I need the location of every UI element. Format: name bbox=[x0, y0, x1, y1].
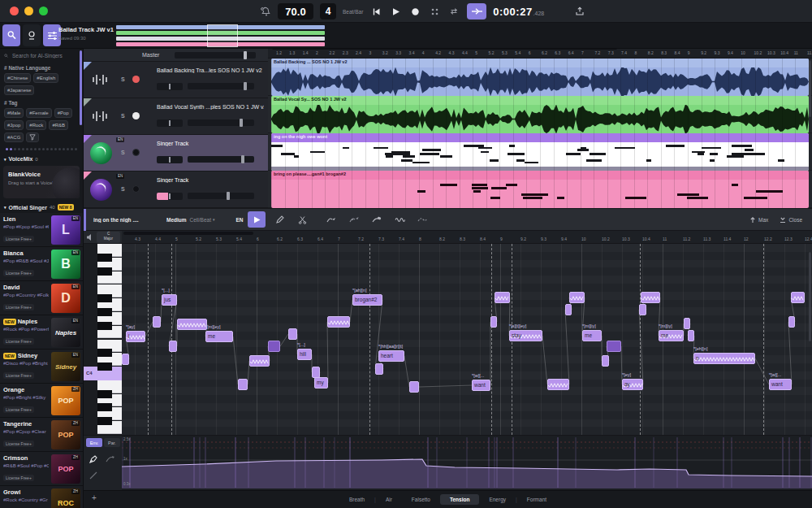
note[interactable]: brogan#2 bbox=[352, 294, 382, 306]
close-editor-button[interactable]: Close bbox=[780, 216, 802, 224]
line-tool-button[interactable] bbox=[88, 470, 99, 481]
carousel-dot[interactable] bbox=[22, 148, 24, 150]
note[interactable] bbox=[490, 316, 497, 328]
note[interactable]: hill bbox=[297, 349, 312, 360]
grid-mode-label[interactable]: Cell/Beat bbox=[190, 217, 211, 223]
carousel-dot[interactable] bbox=[67, 148, 69, 150]
tag-filter-chip[interactable]: #Pop bbox=[54, 108, 72, 118]
parameter-tab-energy[interactable]: Energy bbox=[479, 494, 516, 505]
master-track-row[interactable]: Master bbox=[84, 49, 268, 62]
tag-filter-chip[interactable]: #Female bbox=[26, 108, 51, 118]
carousel-dot[interactable] bbox=[14, 148, 16, 150]
note[interactable]: me bbox=[582, 330, 602, 341]
track-name[interactable]: Ballad Vocal Synth ...ples SOS NO 1 JW v… bbox=[157, 104, 264, 110]
piano-key-black[interactable] bbox=[97, 254, 112, 262]
note[interactable] bbox=[791, 292, 805, 303]
note[interactable]: l bbox=[126, 331, 145, 342]
piano-key-black[interactable] bbox=[97, 403, 112, 411]
arrangement-ruler[interactable]: 1.21.31.422.22.32.433.23.33.444.24.34.45… bbox=[268, 49, 812, 59]
note[interactable] bbox=[495, 292, 510, 303]
parameter-tab-tension[interactable]: Tension bbox=[440, 494, 479, 505]
piano-key-black[interactable] bbox=[97, 294, 112, 302]
note[interactable] bbox=[409, 381, 419, 393]
speaker-icon[interactable] bbox=[86, 233, 94, 241]
minimap-viewport[interactable] bbox=[207, 24, 238, 47]
carousel-dot[interactable] bbox=[50, 148, 53, 150]
language-filter-chip[interactable]: #Japanese bbox=[4, 85, 34, 95]
track-header-row[interactable]: SBallad Vocal Synth ...ples SOS NO 1 JW … bbox=[84, 98, 268, 135]
metronome-icon[interactable] bbox=[258, 5, 271, 18]
note[interactable] bbox=[547, 379, 569, 390]
search-input[interactable] bbox=[11, 52, 79, 59]
note[interactable] bbox=[684, 318, 690, 329]
scissors-tool-button[interactable] bbox=[293, 211, 311, 228]
carousel-dot[interactable] bbox=[38, 148, 41, 150]
singer-card[interactable]: Bianca#Pop #R&B #Soul #JazLicense Free+B… bbox=[0, 247, 83, 281]
note[interactable]: me bbox=[659, 330, 684, 341]
voicemix-section-header[interactable]: ▾ VoiceMix 0 bbox=[0, 152, 83, 164]
piano-roll[interactable]: l*[ay]jus*[...]me*[m][ey]hill*[...]mybro… bbox=[122, 244, 812, 435]
pan-slider[interactable] bbox=[157, 83, 183, 90]
clip[interactable]: ing on the nigh owe wont bbox=[271, 133, 809, 171]
arrangement-hscrollbar[interactable] bbox=[272, 49, 617, 50]
minimize-window-button[interactable] bbox=[24, 7, 33, 15]
arrangement-lane[interactable]: ing on the nigh owe wont bbox=[268, 133, 812, 171]
language-filter-chip[interactable]: #Chinese bbox=[4, 73, 31, 83]
bpm-value[interactable]: 70.0 bbox=[278, 3, 313, 20]
solo-button[interactable]: S bbox=[121, 76, 125, 82]
note[interactable] bbox=[602, 355, 609, 367]
piano-roll-ruler[interactable]: 4.34.455.25.35.466.26.36.477.27.37.488.2… bbox=[122, 231, 812, 244]
note[interactable]: stay bbox=[509, 330, 542, 341]
zoom-window-button[interactable] bbox=[39, 7, 48, 15]
note[interactable] bbox=[169, 341, 177, 352]
note[interactable] bbox=[565, 304, 572, 315]
note[interactable] bbox=[569, 292, 585, 303]
arrangement-minimap[interactable] bbox=[116, 25, 325, 46]
note[interactable] bbox=[788, 316, 795, 328]
piano-key-black[interactable] bbox=[97, 308, 112, 316]
note[interactable] bbox=[607, 341, 621, 352]
carousel-dot[interactable] bbox=[63, 148, 65, 150]
arrangement-lane[interactable]: Ballad Backing ... SOS NO 1 JW v2 bbox=[268, 59, 812, 96]
mute-dot-button[interactable] bbox=[132, 185, 140, 193]
clip[interactable]: Ballad Backing ... SOS NO 1 JW v2 bbox=[271, 59, 809, 96]
volume-thumb[interactable] bbox=[227, 192, 230, 200]
play-button[interactable] bbox=[389, 5, 402, 18]
project-title[interactable]: Ballad Track JW v1 bbox=[58, 26, 114, 33]
track-header-row[interactable]: SBallad Backing Tra...les SOS NO 1 JW v2 bbox=[84, 62, 268, 98]
note[interactable]: want bbox=[472, 380, 490, 391]
note[interactable] bbox=[639, 304, 646, 315]
pan-slider[interactable] bbox=[157, 193, 183, 200]
singer-card[interactable]: NEWNaples#Rock #Pop #PowerfulLicense Fre… bbox=[0, 315, 83, 350]
singer-track-avatar[interactable] bbox=[90, 142, 112, 164]
note[interactable] bbox=[688, 330, 694, 341]
lyric-field[interactable]: ing on the nigh .... bbox=[93, 217, 152, 223]
carousel-dot[interactable] bbox=[6, 148, 8, 150]
note[interactable] bbox=[122, 354, 129, 365]
maximize-editor-button[interactable]: Max bbox=[749, 216, 768, 224]
note[interactable] bbox=[238, 379, 248, 390]
draw-pitch-tool-button[interactable] bbox=[322, 211, 340, 228]
volume-slider[interactable] bbox=[188, 119, 254, 126]
note[interactable]: jus bbox=[162, 294, 177, 306]
volume-slider[interactable] bbox=[188, 156, 254, 163]
note[interactable] bbox=[153, 316, 161, 328]
piano-roll-hscrollbar[interactable] bbox=[123, 232, 253, 235]
singer-card[interactable]: Tangerine#Pop #Cpop #ClearLicense Free+P… bbox=[0, 418, 83, 452]
beats-per-bar-value[interactable]: 4 bbox=[320, 3, 336, 20]
singer-card[interactable]: NEWSidney#Disco #Pop #BrightLicense Free… bbox=[0, 350, 83, 384]
tag-filter-chip[interactable]: #Rock bbox=[26, 120, 46, 130]
singer-library-button[interactable] bbox=[2, 24, 20, 46]
parameter-tab-air[interactable]: Air bbox=[376, 494, 402, 505]
singer-track-avatar[interactable] bbox=[90, 179, 112, 201]
blankvoice-card[interactable]: BlankVoice Drag to start a VoiceMix bbox=[3, 166, 80, 198]
carousel-dot[interactable] bbox=[18, 148, 20, 150]
carousel-dot[interactable] bbox=[75, 148, 77, 150]
pan-slider[interactable] bbox=[157, 156, 183, 163]
note[interactable] bbox=[312, 367, 320, 378]
arrangement-area[interactable]: 1.21.31.422.22.32.433.23.33.444.24.34.45… bbox=[268, 49, 812, 208]
note[interactable] bbox=[288, 328, 297, 340]
arrangement-lane[interactable]: Ballad Vocal Sy... SOS NO 1 JW v2 bbox=[268, 96, 812, 133]
singer-card[interactable]: Lien#Pop #Kpop #Soul #R&BLicense Free+LE… bbox=[0, 213, 83, 247]
clip[interactable]: bring on please....gan#1 brogan#2 bbox=[271, 171, 809, 208]
